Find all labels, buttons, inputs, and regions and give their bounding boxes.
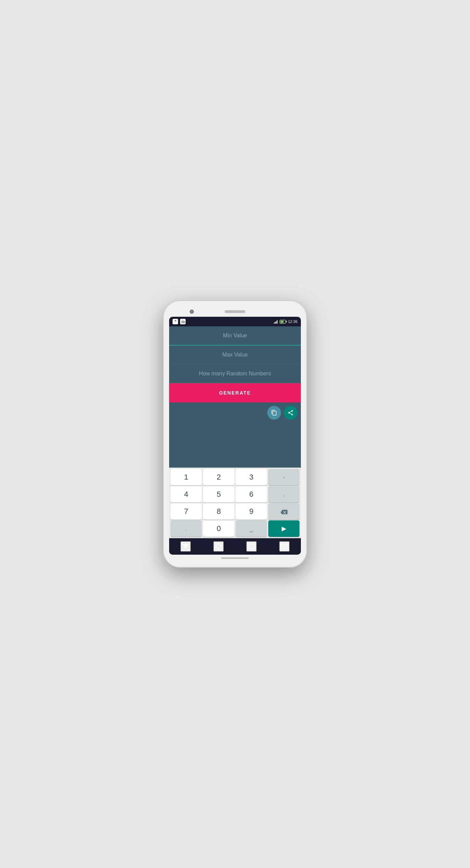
battery-bolt: ⚡ bbox=[281, 321, 284, 323]
app-content: GENERATE bbox=[169, 326, 301, 538]
output-buttons bbox=[267, 406, 297, 420]
key-2[interactable]: 2 bbox=[203, 469, 234, 485]
key-5[interactable]: 5 bbox=[203, 486, 234, 503]
home-button[interactable] bbox=[213, 541, 224, 552]
key-4[interactable]: 4 bbox=[171, 486, 202, 503]
keyboard-row-3: 7 8 9 bbox=[170, 503, 300, 520]
keyboard-row-4: . 0 _ ▶ bbox=[170, 520, 300, 537]
key-7[interactable]: 7 bbox=[171, 503, 202, 520]
key-0[interactable]: 0 bbox=[203, 520, 234, 537]
key-1[interactable]: 1 bbox=[171, 469, 202, 485]
phone-top-bar bbox=[169, 306, 301, 317]
how-many-input[interactable] bbox=[169, 364, 301, 383]
generate-button[interactable]: GENERATE bbox=[169, 383, 301, 402]
status-bar-left: ❝ 🤖 bbox=[173, 319, 186, 324]
status-bar-right: ⚡ 12:36 bbox=[274, 320, 297, 324]
key-dot[interactable]: . bbox=[171, 520, 202, 537]
keyboard-rows: 1 2 3 - 4 5 6 , 7 8 9 bbox=[169, 468, 301, 538]
key-3[interactable]: 3 bbox=[236, 469, 267, 485]
keyboard-toggle-button[interactable] bbox=[279, 541, 290, 552]
phone-frame: ❝ 🤖 ⚡ 12:36 bbox=[163, 300, 307, 568]
quote-icon: ❝ bbox=[173, 319, 178, 324]
output-area bbox=[169, 402, 301, 468]
share-button[interactable] bbox=[284, 406, 297, 420]
copy-button[interactable] bbox=[267, 406, 281, 420]
home-indicator bbox=[221, 557, 249, 559]
keyboard-row-2: 4 5 6 , bbox=[170, 486, 300, 503]
keyboard-row-1: 1 2 3 - bbox=[170, 469, 300, 485]
recents-icon bbox=[249, 544, 254, 549]
signal-icon bbox=[274, 320, 278, 324]
battery-icon: ⚡ bbox=[280, 320, 286, 324]
key-9[interactable]: 9 bbox=[236, 503, 267, 520]
back-icon bbox=[183, 544, 189, 549]
phone-screen: ❝ 🤖 ⚡ 12:36 bbox=[169, 317, 301, 555]
key-go[interactable]: ▶ bbox=[268, 520, 299, 537]
navigation-bar bbox=[169, 538, 301, 555]
recents-button[interactable] bbox=[246, 541, 257, 552]
numeric-keyboard: 1 2 3 - 4 5 6 , 7 8 9 bbox=[169, 468, 301, 538]
status-bar: ❝ 🤖 ⚡ 12:36 bbox=[169, 317, 301, 326]
android-icon: 🤖 bbox=[180, 319, 186, 324]
key-underscore[interactable]: _ bbox=[236, 520, 267, 537]
back-button[interactable] bbox=[180, 541, 191, 552]
clock: 12:36 bbox=[288, 320, 297, 324]
key-backspace[interactable] bbox=[268, 503, 299, 520]
keyboard-icon bbox=[281, 544, 288, 549]
min-value-input[interactable] bbox=[169, 326, 301, 346]
home-icon bbox=[215, 543, 222, 550]
key-6[interactable]: 6 bbox=[236, 486, 267, 503]
key-8[interactable]: 8 bbox=[203, 503, 234, 520]
phone-bottom-bar bbox=[169, 555, 301, 562]
camera-icon bbox=[190, 310, 194, 314]
key-minus[interactable]: - bbox=[268, 469, 299, 485]
key-comma[interactable]: , bbox=[268, 486, 299, 503]
speaker-grille bbox=[225, 310, 245, 313]
max-value-input[interactable] bbox=[169, 346, 301, 364]
